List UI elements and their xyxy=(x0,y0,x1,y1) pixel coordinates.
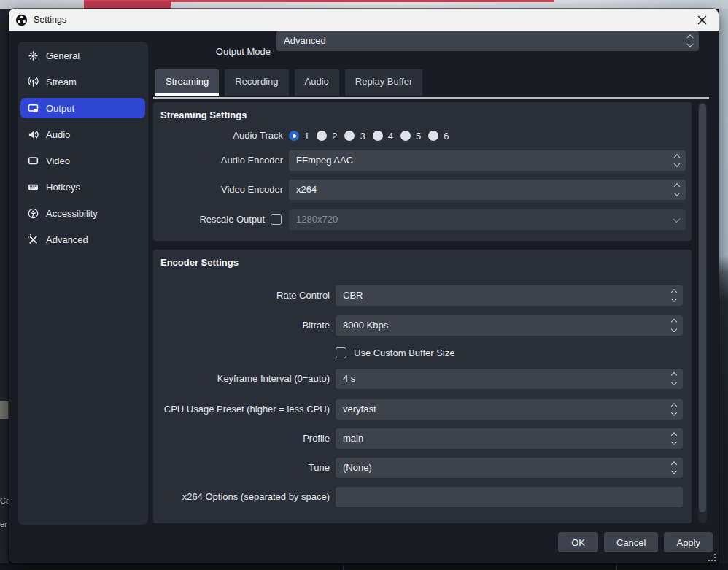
audio-track-radio-5[interactable] xyxy=(400,131,411,141)
obs-logo-icon xyxy=(15,14,28,26)
sidebar-item-label: Output xyxy=(46,103,74,114)
desktop-right-strip xyxy=(719,9,728,570)
keyframe-interval-label: Keyframe Interval (0=auto) xyxy=(153,369,330,389)
audio-track-row: Audio Track 1 2 3 4 5 6 xyxy=(153,130,692,142)
chevron-updown-icon xyxy=(672,290,676,301)
video-encoder-label: Video Encoder xyxy=(153,180,283,200)
rescale-output-select[interactable]: 1280x720 xyxy=(289,209,686,230)
output-tabs: Streaming Recording Audio Replay Buffer xyxy=(155,69,422,96)
tab-separator xyxy=(153,97,709,99)
bitrate-spinner[interactable]: 8000 Kbps xyxy=(336,315,683,336)
tune-select[interactable]: (None) xyxy=(336,458,683,478)
audio-track-radio-3[interactable] xyxy=(344,131,355,141)
chevron-updown-icon xyxy=(675,185,679,196)
sidebar-item-audio[interactable]: Audio xyxy=(20,124,145,145)
tab-replay-buffer[interactable]: Replay Buffer xyxy=(345,69,423,96)
background-text-fragment: Ca xyxy=(0,496,9,505)
scrollbar-thumb[interactable] xyxy=(699,104,706,512)
window-title: Settings xyxy=(34,15,66,25)
background-divider xyxy=(343,563,344,570)
spin-down-icon[interactable] xyxy=(672,380,676,385)
desktop-left-strip: Ca er xyxy=(0,9,9,570)
background-red-bar xyxy=(84,1,171,9)
close-icon xyxy=(697,15,707,25)
sidebar-item-video[interactable]: Video xyxy=(20,150,145,171)
audio-track-label: Audio Track xyxy=(153,130,283,142)
cpu-preset-select[interactable]: veryfast xyxy=(336,399,683,420)
sidebar-item-hotkeys[interactable]: Hotkeys xyxy=(20,177,145,197)
profile-select[interactable]: main xyxy=(336,428,683,449)
video-encoder-select[interactable]: x264 xyxy=(289,180,686,200)
rescale-output-checkbox[interactable] xyxy=(271,214,282,225)
content-scrollbar[interactable] xyxy=(698,102,707,523)
bitrate-row: Bitrate 8000 Kbps xyxy=(153,315,692,336)
audio-track-radio-6[interactable] xyxy=(428,131,438,141)
sidebar-item-label: Hotkeys xyxy=(46,182,80,193)
section-title: Encoder Settings xyxy=(160,257,239,268)
tab-audio[interactable]: Audio xyxy=(295,69,339,96)
tune-label: Tune xyxy=(153,458,330,478)
sidebar-item-output[interactable]: Output xyxy=(20,98,145,118)
apply-button[interactable]: Apply xyxy=(664,532,713,552)
settings-sidebar: General Stream Output Audio Video xyxy=(18,42,148,525)
rate-control-row: Rate Control CBR xyxy=(153,285,692,306)
screen: Ca er Settings General xyxy=(0,0,728,570)
profile-row: Profile main xyxy=(153,428,692,449)
tab-recording[interactable]: Recording xyxy=(225,69,288,96)
sidebar-item-label: Accessibility xyxy=(46,208,98,219)
custom-buffer-label: Use Custom Buffer Size xyxy=(354,347,454,359)
cancel-button[interactable]: Cancel xyxy=(604,532,658,552)
speaker-icon xyxy=(28,129,39,140)
audio-encoder-select[interactable]: FFmpeg AAC xyxy=(289,150,686,171)
dialog-footer: OK Cancel Apply xyxy=(558,532,713,552)
chevron-updown-icon xyxy=(675,155,679,166)
spin-up-icon[interactable] xyxy=(672,320,676,324)
x264-options-row: x264 Options (separated by space) xyxy=(153,487,692,507)
ok-button[interactable]: OK xyxy=(558,532,598,552)
keyframe-interval-spinner[interactable]: 4 s xyxy=(336,369,683,389)
background-patch xyxy=(0,401,9,419)
chevron-updown-icon xyxy=(688,36,692,47)
background-divider xyxy=(616,563,617,570)
sidebar-item-label: Advanced xyxy=(46,234,88,245)
accessibility-icon xyxy=(28,208,39,219)
resize-grip[interactable] xyxy=(708,554,716,561)
desktop-top-strip xyxy=(0,0,728,9)
audio-track-radio-4[interactable] xyxy=(373,131,383,141)
sidebar-item-label: Stream xyxy=(46,77,77,88)
sidebar-item-accessibility[interactable]: Accessibility xyxy=(20,203,145,223)
keyboard-icon xyxy=(28,182,39,193)
audio-track-radio-1[interactable] xyxy=(289,131,299,141)
keyframe-interval-row: Keyframe Interval (0=auto) 4 s xyxy=(153,369,692,389)
output-mode-select[interactable]: Advanced xyxy=(276,31,699,51)
cpu-preset-row: CPU Usage Preset (higher = less CPU) ver… xyxy=(153,399,692,420)
custom-buffer-row: Use Custom Buffer Size xyxy=(153,347,692,359)
settings-dialog: Settings General Stream Output xyxy=(9,9,719,563)
section-title: Streaming Settings xyxy=(160,109,247,120)
x264-options-input[interactable] xyxy=(336,487,683,507)
audio-track-radio-group: 1 2 3 4 5 6 xyxy=(289,130,449,142)
rescale-output-row: Rescale Output 1280x720 xyxy=(153,209,692,230)
video-encoder-row: Video Encoder x264 xyxy=(153,180,692,200)
chevron-updown-icon xyxy=(672,463,676,474)
chevron-updown-icon xyxy=(672,434,676,444)
gear-icon xyxy=(28,50,39,61)
sidebar-item-label: General xyxy=(46,50,80,61)
sidebar-item-stream[interactable]: Stream xyxy=(20,72,145,92)
audio-track-radio-2[interactable] xyxy=(317,131,327,141)
spin-up-icon[interactable] xyxy=(672,373,676,377)
sidebar-item-advanced[interactable]: Advanced xyxy=(20,229,145,250)
title-bar[interactable]: Settings xyxy=(9,9,719,31)
output-icon xyxy=(28,103,39,114)
tab-streaming[interactable]: Streaming xyxy=(155,69,219,96)
sidebar-item-general[interactable]: General xyxy=(20,45,145,66)
spin-down-icon[interactable] xyxy=(672,327,676,331)
custom-buffer-checkbox[interactable] xyxy=(336,347,346,358)
sidebar-item-label: Audio xyxy=(46,129,70,140)
output-mode-label: Output Mode xyxy=(175,42,271,62)
background-text-fragment: er xyxy=(0,520,9,528)
rate-control-label: Rate Control xyxy=(153,285,330,306)
close-button[interactable] xyxy=(688,9,716,31)
dialog-body: General Stream Output Audio Video xyxy=(9,31,719,563)
rate-control-select[interactable]: CBR xyxy=(336,285,683,306)
